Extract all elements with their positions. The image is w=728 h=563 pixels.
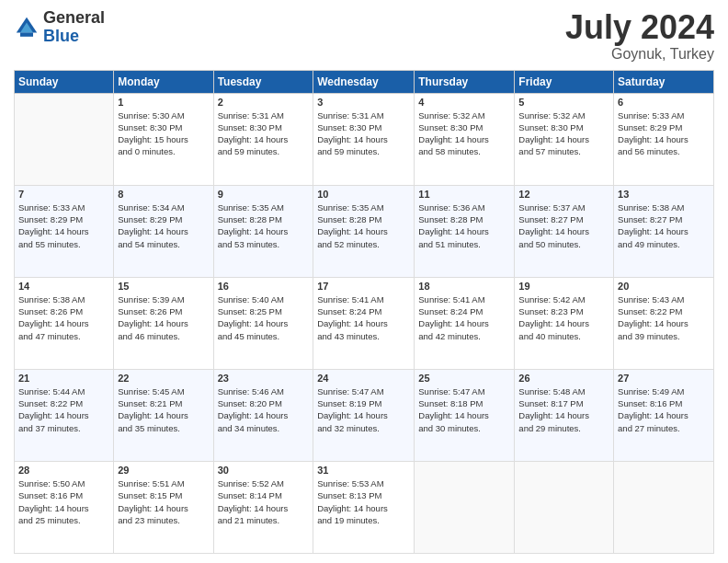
day-info: Sunrise: 5:33 AM Sunset: 8:29 PM Dayligh… <box>18 201 109 250</box>
calendar-header-row: SundayMondayTuesdayWednesdayThursdayFrid… <box>15 70 714 93</box>
day-info: Sunrise: 5:44 AM Sunset: 8:22 PM Dayligh… <box>18 385 109 434</box>
calendar-week-row: 7Sunrise: 5:33 AM Sunset: 8:29 PM Daylig… <box>15 185 714 277</box>
day-number: 5 <box>518 97 609 108</box>
day-number: 14 <box>18 281 109 292</box>
day-number: 2 <box>218 97 310 108</box>
day-number: 26 <box>518 373 609 384</box>
calendar-cell: 14Sunrise: 5:38 AM Sunset: 8:26 PM Dayli… <box>15 277 114 369</box>
calendar-cell: 2Sunrise: 5:31 AM Sunset: 8:30 PM Daylig… <box>213 93 313 185</box>
day-info: Sunrise: 5:48 AM Sunset: 8:17 PM Dayligh… <box>518 385 609 434</box>
day-info: Sunrise: 5:39 AM Sunset: 8:26 PM Dayligh… <box>118 293 209 342</box>
day-number: 24 <box>317 373 410 384</box>
calendar-cell: 23Sunrise: 5:46 AM Sunset: 8:20 PM Dayli… <box>213 369 313 461</box>
day-info: Sunrise: 5:49 AM Sunset: 8:16 PM Dayligh… <box>618 385 710 434</box>
calendar-cell: 19Sunrise: 5:42 AM Sunset: 8:23 PM Dayli… <box>515 277 614 369</box>
logo-text: General Blue <box>43 9 105 46</box>
calendar-cell <box>515 461 614 553</box>
day-info: Sunrise: 5:47 AM Sunset: 8:18 PM Dayligh… <box>418 385 510 434</box>
logo-icon <box>14 15 40 40</box>
day-info: Sunrise: 5:35 AM Sunset: 8:28 PM Dayligh… <box>317 201 410 250</box>
day-number: 19 <box>518 281 609 292</box>
day-number: 1 <box>118 97 209 108</box>
day-number: 23 <box>218 373 310 384</box>
col-header-saturday: Saturday <box>614 70 714 93</box>
svg-rect-2 <box>20 32 33 36</box>
col-header-wednesday: Wednesday <box>313 70 415 93</box>
calendar-cell: 21Sunrise: 5:44 AM Sunset: 8:22 PM Dayli… <box>15 369 114 461</box>
day-number: 27 <box>618 373 710 384</box>
day-number: 21 <box>18 373 109 384</box>
day-info: Sunrise: 5:31 AM Sunset: 8:30 PM Dayligh… <box>317 109 410 158</box>
col-header-tuesday: Tuesday <box>213 70 313 93</box>
calendar-cell <box>415 461 515 553</box>
header: General Blue July 2024 Goynuk, Turkey <box>14 9 714 63</box>
calendar-week-row: 28Sunrise: 5:50 AM Sunset: 8:16 PM Dayli… <box>15 461 714 553</box>
calendar-cell: 7Sunrise: 5:33 AM Sunset: 8:29 PM Daylig… <box>15 185 114 277</box>
day-number: 15 <box>118 281 209 292</box>
day-info: Sunrise: 5:40 AM Sunset: 8:25 PM Dayligh… <box>218 293 310 342</box>
day-info: Sunrise: 5:52 AM Sunset: 8:14 PM Dayligh… <box>218 477 310 526</box>
day-number: 30 <box>218 465 310 476</box>
calendar-cell: 10Sunrise: 5:35 AM Sunset: 8:28 PM Dayli… <box>313 185 415 277</box>
day-number: 12 <box>518 189 609 200</box>
calendar-cell <box>614 461 714 553</box>
day-info: Sunrise: 5:45 AM Sunset: 8:21 PM Dayligh… <box>118 385 209 434</box>
title-block: July 2024 Goynuk, Turkey <box>565 9 714 63</box>
logo: General Blue <box>14 9 105 46</box>
day-number: 7 <box>18 189 109 200</box>
calendar-cell: 9Sunrise: 5:35 AM Sunset: 8:28 PM Daylig… <box>213 185 313 277</box>
calendar-cell: 30Sunrise: 5:52 AM Sunset: 8:14 PM Dayli… <box>213 461 313 553</box>
day-info: Sunrise: 5:38 AM Sunset: 8:26 PM Dayligh… <box>18 293 109 342</box>
day-number: 17 <box>317 281 410 292</box>
day-info: Sunrise: 5:35 AM Sunset: 8:28 PM Dayligh… <box>218 201 310 250</box>
day-info: Sunrise: 5:34 AM Sunset: 8:29 PM Dayligh… <box>118 201 209 250</box>
day-info: Sunrise: 5:32 AM Sunset: 8:30 PM Dayligh… <box>518 109 609 158</box>
day-number: 31 <box>317 465 410 476</box>
calendar-cell: 18Sunrise: 5:41 AM Sunset: 8:24 PM Dayli… <box>415 277 515 369</box>
day-info: Sunrise: 5:33 AM Sunset: 8:29 PM Dayligh… <box>618 109 710 158</box>
calendar-cell: 13Sunrise: 5:38 AM Sunset: 8:27 PM Dayli… <box>614 185 714 277</box>
logo-general-text: General <box>43 9 105 28</box>
day-info: Sunrise: 5:37 AM Sunset: 8:27 PM Dayligh… <box>518 201 609 250</box>
day-info: Sunrise: 5:50 AM Sunset: 8:16 PM Dayligh… <box>18 477 109 526</box>
calendar-table: SundayMondayTuesdayWednesdayThursdayFrid… <box>14 70 714 554</box>
day-number: 18 <box>418 281 510 292</box>
calendar-week-row: 14Sunrise: 5:38 AM Sunset: 8:26 PM Dayli… <box>15 277 714 369</box>
calendar-cell <box>15 93 114 185</box>
day-number: 8 <box>118 189 209 200</box>
calendar-cell: 3Sunrise: 5:31 AM Sunset: 8:30 PM Daylig… <box>313 93 415 185</box>
day-info: Sunrise: 5:53 AM Sunset: 8:13 PM Dayligh… <box>317 477 410 526</box>
day-info: Sunrise: 5:47 AM Sunset: 8:19 PM Dayligh… <box>317 385 410 434</box>
day-number: 9 <box>218 189 310 200</box>
day-info: Sunrise: 5:43 AM Sunset: 8:22 PM Dayligh… <box>618 293 710 342</box>
calendar-cell: 1Sunrise: 5:30 AM Sunset: 8:30 PM Daylig… <box>114 93 213 185</box>
calendar-cell: 16Sunrise: 5:40 AM Sunset: 8:25 PM Dayli… <box>213 277 313 369</box>
calendar-cell: 24Sunrise: 5:47 AM Sunset: 8:19 PM Dayli… <box>313 369 415 461</box>
col-header-thursday: Thursday <box>415 70 515 93</box>
month-title: July 2024 <box>565 9 714 46</box>
calendar-cell: 12Sunrise: 5:37 AM Sunset: 8:27 PM Dayli… <box>515 185 614 277</box>
day-number: 28 <box>18 465 109 476</box>
calendar-cell: 17Sunrise: 5:41 AM Sunset: 8:24 PM Dayli… <box>313 277 415 369</box>
day-number: 16 <box>218 281 310 292</box>
day-number: 25 <box>418 373 510 384</box>
day-number: 6 <box>618 97 710 108</box>
col-header-monday: Monday <box>114 70 213 93</box>
day-info: Sunrise: 5:32 AM Sunset: 8:30 PM Dayligh… <box>418 109 510 158</box>
calendar-cell: 8Sunrise: 5:34 AM Sunset: 8:29 PM Daylig… <box>114 185 213 277</box>
calendar-cell: 31Sunrise: 5:53 AM Sunset: 8:13 PM Dayli… <box>313 461 415 553</box>
calendar-week-row: 21Sunrise: 5:44 AM Sunset: 8:22 PM Dayli… <box>15 369 714 461</box>
day-info: Sunrise: 5:31 AM Sunset: 8:30 PM Dayligh… <box>218 109 310 158</box>
day-number: 22 <box>118 373 209 384</box>
day-info: Sunrise: 5:41 AM Sunset: 8:24 PM Dayligh… <box>317 293 410 342</box>
day-info: Sunrise: 5:41 AM Sunset: 8:24 PM Dayligh… <box>418 293 510 342</box>
col-header-sunday: Sunday <box>15 70 114 93</box>
calendar-cell: 5Sunrise: 5:32 AM Sunset: 8:30 PM Daylig… <box>515 93 614 185</box>
day-number: 13 <box>618 189 710 200</box>
calendar-cell: 11Sunrise: 5:36 AM Sunset: 8:28 PM Dayli… <box>415 185 515 277</box>
col-header-friday: Friday <box>515 70 614 93</box>
page: General Blue July 2024 Goynuk, Turkey Su… <box>0 0 728 563</box>
logo-blue-text: Blue <box>43 28 105 46</box>
day-number: 3 <box>317 97 410 108</box>
day-info: Sunrise: 5:36 AM Sunset: 8:28 PM Dayligh… <box>418 201 510 250</box>
